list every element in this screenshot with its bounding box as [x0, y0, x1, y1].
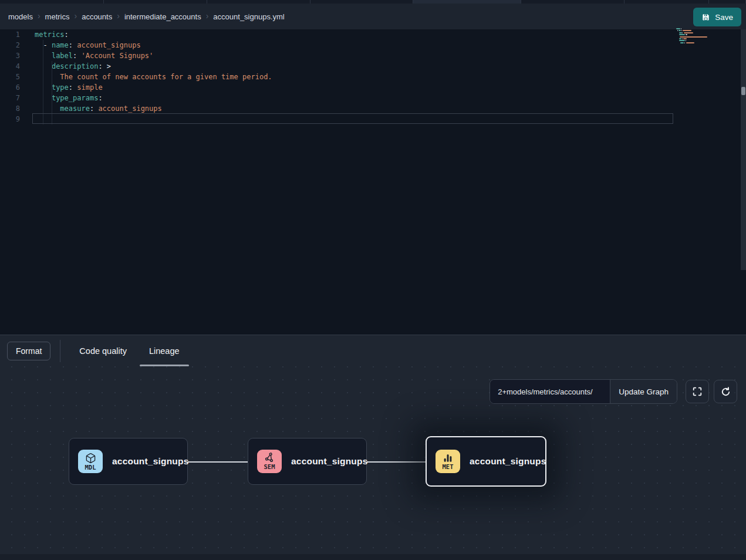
line-number: 4: [0, 61, 20, 72]
save-icon: [701, 13, 710, 22]
selector-group: Update Graph: [490, 379, 677, 404]
badge-label: MDL: [85, 464, 96, 471]
refresh-icon: [720, 386, 731, 397]
code-line-1[interactable]: 1metrics:: [0, 29, 746, 40]
line-content: - name: account_signups: [20, 40, 141, 50]
breadcrumb-item-accounts[interactable]: accounts: [82, 12, 112, 21]
line-number: 5: [0, 72, 20, 82]
lineage-edge: [188, 461, 248, 463]
breadcrumb-item-metrics[interactable]: metrics: [45, 12, 70, 21]
line-content: description: >: [20, 61, 111, 72]
lineage-node-sem[interactable]: SEMaccount_signups: [248, 438, 367, 485]
line-number: 3: [0, 50, 20, 61]
breadcrumb-item-models[interactable]: models: [8, 12, 33, 21]
node-label: account_signups: [112, 456, 188, 467]
breadcrumb-bar: models›metrics›accounts›intermediate_acc…: [0, 4, 746, 29]
cube-icon: [85, 453, 96, 464]
line-content: The count of new accounts for a given ti…: [20, 72, 272, 82]
update-graph-button[interactable]: Update Graph: [610, 380, 677, 403]
tab-lineage[interactable]: Lineage: [140, 335, 189, 366]
chevron-right-icon: ›: [117, 12, 120, 20]
chevron-right-icon: ›: [206, 12, 209, 20]
breadcrumb-item-intermediate-accounts[interactable]: intermediate_accounts: [124, 12, 201, 21]
format-button[interactable]: Format: [7, 342, 50, 360]
node-type-badge: MET: [436, 450, 460, 473]
line-number: 1: [0, 29, 20, 40]
active-line-highlight: [32, 113, 673, 124]
tab-label: Code quality: [79, 346, 127, 356]
badge-label: MET: [443, 464, 454, 470]
line-number: 7: [0, 93, 20, 103]
node-type-badge: MDL: [78, 450, 103, 473]
metric-icon: [443, 453, 453, 463]
lineage-controls: Update Graph: [490, 379, 737, 404]
line-content: type: simple: [20, 82, 103, 93]
chevron-right-icon: ›: [38, 12, 40, 20]
lineage-edge: [367, 461, 426, 463]
code-editor[interactable]: 1metrics:2 - name: account_signups3 labe…: [0, 29, 746, 335]
line-number: 8: [0, 103, 20, 114]
badge-label: SEM: [264, 464, 275, 470]
semantic-model-icon: [264, 453, 275, 463]
editor-scrollbar[interactable]: [741, 29, 746, 270]
lineage-canvas[interactable]: Update Graph: [0, 366, 746, 560]
save-button[interactable]: Save: [693, 8, 741, 26]
bottom-panel: Format Code qualityLineage Update Graph: [0, 335, 746, 560]
fullscreen-icon: [692, 386, 703, 397]
divider: [60, 340, 60, 362]
indent-guide: [43, 40, 43, 124]
node-type-badge: SEM: [257, 450, 282, 473]
refresh-button[interactable]: [714, 380, 737, 403]
code-line-3[interactable]: 3 label: 'Account Signups': [0, 50, 746, 61]
line-content: metrics:: [20, 29, 69, 40]
code-line-7[interactable]: 7 type_params:: [0, 93, 746, 103]
tab-code-quality[interactable]: Code quality: [70, 335, 136, 366]
line-content: measure: account_signups: [20, 103, 162, 114]
lineage-node-met[interactable]: METaccount_signups: [426, 436, 546, 487]
minimap[interactable]: [676, 28, 713, 48]
breadcrumb-item-account-signups-yml[interactable]: account_signups.yml: [213, 12, 284, 21]
panel-header: Format Code qualityLineage: [0, 335, 746, 366]
line-number: 6: [0, 82, 20, 93]
code-line-4[interactable]: 4 description: >: [0, 61, 746, 72]
ide-root: models›metrics›accounts›intermediate_acc…: [0, 0, 746, 560]
scrollbar-thumb[interactable]: [741, 87, 745, 95]
node-label: account_signups: [470, 456, 546, 467]
node-label: account_signups: [291, 456, 367, 467]
canvas-bottom-edge: [0, 554, 746, 560]
line-number: 9: [0, 114, 20, 124]
code-line-5[interactable]: 5 The count of new accounts for a given …: [0, 72, 746, 82]
panel-tabs: Code qualityLineage: [70, 335, 192, 366]
fullscreen-button[interactable]: [686, 380, 709, 403]
tab-label: Lineage: [149, 346, 180, 356]
line-number: 2: [0, 40, 20, 50]
code-line-6[interactable]: 6 type: simple: [0, 82, 746, 93]
line-content: type_params:: [20, 93, 103, 103]
breadcrumb: models›metrics›accounts›intermediate_acc…: [0, 12, 285, 21]
code-line-2[interactable]: 2 - name: account_signups: [0, 40, 746, 50]
line-content: label: 'Account Signups': [20, 50, 153, 61]
chevron-right-icon: ›: [74, 12, 77, 20]
lineage-selector-input[interactable]: [490, 380, 610, 403]
save-button-label: Save: [715, 13, 733, 22]
code-line-8[interactable]: 8 measure: account_signups: [0, 103, 746, 114]
lineage-node-mdl[interactable]: MDLaccount_signups: [69, 438, 188, 485]
